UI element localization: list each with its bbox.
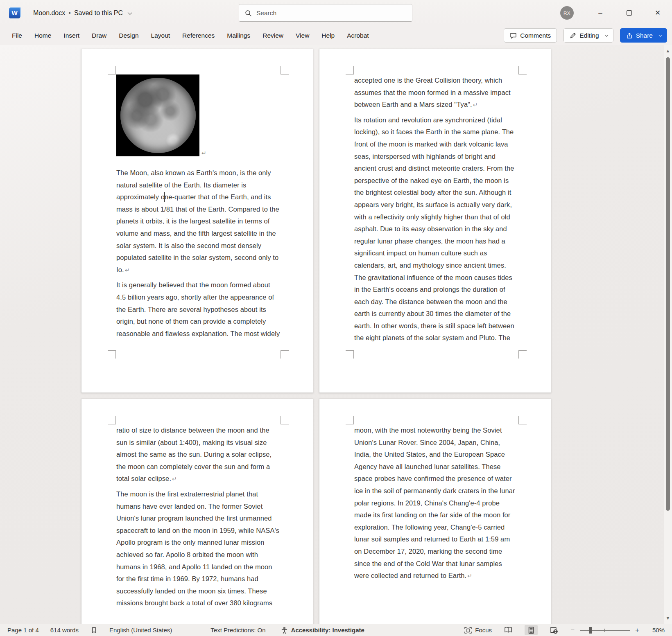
maximize-button[interactable] xyxy=(615,0,643,26)
crop-mark-icon xyxy=(518,66,527,74)
moon-image[interactable] xyxy=(116,74,199,156)
tab-home[interactable]: Home xyxy=(28,27,57,44)
tab-mailings[interactable]: Mailings xyxy=(221,27,256,44)
text-cursor xyxy=(164,192,165,202)
print-layout-button[interactable] xyxy=(525,625,538,635)
chevron-down-icon xyxy=(658,33,662,36)
scroll-up-icon[interactable]: ▲ xyxy=(664,48,672,53)
paragraph[interactable]: The moon is the first extraterrestrial p… xyxy=(116,488,280,609)
paragraph-text: Its rotation and revolution are synchron… xyxy=(354,116,514,342)
paragraph-text: accepted one is the Great Collision theo… xyxy=(354,77,511,108)
tab-acrobat[interactable]: Acrobat xyxy=(341,27,375,44)
tab-layout[interactable]: Layout xyxy=(145,27,176,44)
tab-help[interactable]: Help xyxy=(315,27,341,44)
web-layout-button[interactable] xyxy=(548,625,561,635)
paragraph-text: The Moon, also known as Earth's moon, is… xyxy=(116,169,279,273)
paragraph-mark: ↵ xyxy=(473,101,478,108)
paragraph-mark: ↵ xyxy=(467,573,472,579)
editing-label: Editing xyxy=(579,32,599,39)
comment-icon xyxy=(510,32,517,39)
accessibility-label: Accessibility: Investigate xyxy=(291,627,364,634)
paragraph[interactable]: The Moon, also known as Earth's moon, is… xyxy=(116,167,280,276)
word-count[interactable]: 614 words xyxy=(50,627,79,634)
zoom-out-button[interactable]: − xyxy=(570,626,575,634)
tab-design[interactable]: Design xyxy=(113,27,145,44)
document-title[interactable]: Moon.docx • Saved to this PC xyxy=(33,9,131,17)
paragraph[interactable]: Its rotation and revolution are synchron… xyxy=(354,114,518,344)
text-predictions-indicator[interactable]: Text Predictions: On xyxy=(210,627,265,634)
zoom-slider-tick xyxy=(604,629,605,632)
moon-graphic xyxy=(120,78,196,153)
zoom-control: − + xyxy=(570,626,639,634)
scroll-down-icon[interactable]: ▼ xyxy=(664,616,672,620)
tab-insert[interactable]: Insert xyxy=(57,27,86,44)
maximize-icon xyxy=(627,10,632,16)
comments-button[interactable]: Comments xyxy=(504,28,557,43)
focus-label: Focus xyxy=(475,627,492,634)
crop-mark-icon xyxy=(518,350,527,359)
crop-mark-icon xyxy=(518,416,527,424)
crop-mark-icon xyxy=(108,416,116,424)
zoom-slider[interactable] xyxy=(580,630,630,631)
tab-file[interactable]: File xyxy=(6,27,28,44)
paragraph[interactable]: accepted one is the Great Collision theo… xyxy=(354,74,518,111)
search-bar[interactable] xyxy=(239,4,412,22)
language-indicator[interactable]: English (United States) xyxy=(109,627,172,634)
chevron-down-icon[interactable] xyxy=(128,10,132,14)
accessibility-checker[interactable]: Accessibility: Investigate xyxy=(281,627,364,634)
paragraph-mark: ↵ xyxy=(125,267,130,273)
close-button[interactable]: ✕ xyxy=(643,0,672,26)
page-1[interactable]: ↵ The Moon, also known as Earth's moon, … xyxy=(81,49,313,393)
focus-icon xyxy=(464,627,472,634)
paragraph-mark: ↵ xyxy=(172,476,177,482)
ribbon-tabs: File Home Insert Draw Design Layout Refe… xyxy=(0,27,375,44)
comments-label: Comments xyxy=(520,32,551,39)
read-mode-button[interactable] xyxy=(502,625,515,635)
search-input[interactable] xyxy=(256,9,391,17)
share-button[interactable]: Share xyxy=(620,28,667,43)
paragraph[interactable]: ratio of size to distance between the mo… xyxy=(116,424,280,485)
chevron-down-icon xyxy=(605,33,608,36)
zoom-slider-thumb[interactable] xyxy=(589,627,592,634)
crop-mark-icon xyxy=(281,416,289,424)
vertical-scrollbar[interactable]: ▲ ▼ xyxy=(664,45,672,624)
minimize-button[interactable]: – xyxy=(586,0,615,26)
proofing-errors-button[interactable] xyxy=(90,627,98,634)
page-4[interactable]: moon, with the most noteworthy being the… xyxy=(319,399,551,624)
page-indicator[interactable]: Page 1 of 4 xyxy=(7,627,39,634)
document-canvas[interactable]: ↵ The Moon, also known as Earth's moon, … xyxy=(0,45,672,624)
title-separator: • xyxy=(68,9,71,17)
accessibility-icon xyxy=(281,627,288,634)
tab-review[interactable]: Review xyxy=(256,27,290,44)
page-2[interactable]: accepted one is the Great Collision theo… xyxy=(319,49,551,393)
word-window: W Moon.docx • Saved to this PC RX – ✕ Fi… xyxy=(0,0,672,636)
pages-container: ↵ The Moon, also known as Earth's moon, … xyxy=(81,49,551,624)
paragraph[interactable]: moon, with the most noteworthy being the… xyxy=(354,424,518,582)
share-label: Share xyxy=(636,32,653,39)
editing-mode-button[interactable]: Editing xyxy=(563,28,613,43)
paragraph-mark: ↵ xyxy=(201,150,206,156)
tab-references[interactable]: References xyxy=(176,27,221,44)
status-bar: Page 1 of 4 614 words English (United St… xyxy=(0,624,672,636)
scrollbar-thumb[interactable] xyxy=(666,57,670,511)
paragraph-text: The moon is the first extraterrestrial p… xyxy=(116,490,279,607)
user-avatar[interactable]: RX xyxy=(560,6,574,20)
crop-mark-icon xyxy=(346,66,354,74)
word-logo-icon[interactable]: W xyxy=(9,8,20,18)
zoom-in-button[interactable]: + xyxy=(635,626,639,634)
read-mode-icon xyxy=(504,627,513,634)
paragraph-text: ratio of size to distance between the mo… xyxy=(116,426,272,482)
print-layout-icon xyxy=(528,627,534,634)
tab-draw[interactable]: Draw xyxy=(86,27,113,44)
paragraph-text: moon, with the most noteworthy being the… xyxy=(354,426,515,579)
crop-mark-icon xyxy=(108,350,116,359)
title-bar: W Moon.docx • Saved to this PC RX – ✕ xyxy=(0,0,672,26)
crop-mark-icon xyxy=(281,66,289,74)
focus-mode-button[interactable]: Focus xyxy=(464,627,492,634)
proofing-book-icon xyxy=(90,627,98,634)
zoom-level[interactable]: 50% xyxy=(649,627,665,634)
share-icon xyxy=(626,32,633,39)
paragraph[interactable]: It is generally believed that the moon f… xyxy=(116,279,280,340)
tab-view[interactable]: View xyxy=(290,27,315,44)
page-3[interactable]: ratio of size to distance between the mo… xyxy=(81,399,313,624)
